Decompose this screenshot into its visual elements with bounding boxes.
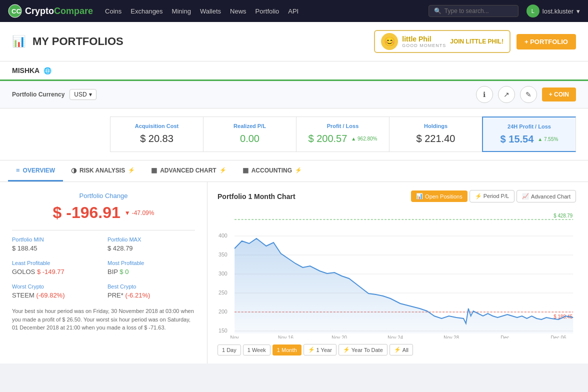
svg-text:Nov 24: Nov 24 — [388, 335, 403, 338]
share-icon: ↗ — [504, 90, 510, 98]
stat-acquisition: Acquisition Cost $ 20.83 — [110, 116, 203, 152]
time-1day[interactable]: 1 Day — [218, 344, 241, 356]
search-box[interactable]: 🔍 — [428, 5, 518, 17]
lp-name: little Phil — [402, 35, 446, 43]
period-pl-button[interactable]: ⚡ Period P/L — [470, 190, 514, 202]
portfolio-name-row: MISHKA 🌐 — [0, 62, 588, 81]
svg-text:150: 150 — [218, 328, 228, 334]
stat-value-24h: $ 15.54 — [500, 134, 534, 145]
tab-overview[interactable]: ≡ OVERVIEW — [8, 160, 63, 182]
info-icon: ℹ — [483, 90, 486, 98]
nav-exchanges[interactable]: Exchanges — [130, 8, 162, 15]
share-button[interactable]: ↗ — [498, 86, 515, 103]
chart-header: Portfolio 1 Month Chart 📊 Open Positions… — [218, 190, 578, 202]
time-ytd[interactable]: ⚡Year To Date — [338, 344, 388, 356]
logo[interactable]: CC CryptoCompare — [8, 4, 93, 18]
change-value: $ -196.91 — [53, 204, 120, 222]
page-header: 📊 MY PORTFOLIOS 😊 little Phil GOOD MOMEN… — [0, 22, 588, 62]
chevron-down-icon: ▾ — [89, 91, 92, 98]
left-panel: Portfolio Change $ -196.91 ▼ -47.09% Por… — [0, 182, 208, 364]
min-stat: Portfolio MIN $ 188.45 — [12, 236, 100, 252]
search-input[interactable] — [444, 8, 514, 14]
stat-holdings: Holdings $ 221.40 — [389, 116, 482, 152]
info-button[interactable]: ℹ — [476, 86, 493, 103]
nav-news[interactable]: News — [230, 8, 246, 15]
stat-profit-loss: Profit / Loss $ 200.57 ▲ 962.80% — [296, 116, 389, 152]
most-profitable-value: $ 0 — [120, 268, 128, 276]
globe-icon: 🌐 — [44, 67, 52, 74]
divider — [12, 230, 195, 230]
logo-icon: CC — [8, 4, 22, 18]
tab-accounting[interactable]: ▦ ACCOUNTING ⚡ — [234, 160, 310, 182]
advanced-chart-icon: 📈 — [522, 193, 529, 200]
tab-risk-label: RISK ANALYSIS — [80, 167, 125, 174]
change-pct: -47.09% — [132, 210, 154, 216]
svg-text:$ 428.79: $ 428.79 — [554, 213, 572, 218]
little-phil-face: 😊 — [381, 33, 398, 50]
user-avatar: L — [526, 4, 540, 18]
main-content: Portfolio Change $ -196.91 ▼ -47.09% Por… — [0, 182, 588, 364]
add-coin-button[interactable]: + COIN — [542, 88, 576, 102]
nav-coins[interactable]: Coins — [105, 8, 122, 15]
stats-row: Acquisition Cost $ 20.83 Realized P/L 0.… — [0, 108, 588, 160]
time-1week[interactable]: 1 Week — [243, 344, 270, 356]
little-phil-banner[interactable]: 😊 little Phil GOOD MOMENTS JOIN LITTLE P… — [374, 30, 510, 53]
chart-title: Portfolio 1 Month Chart — [218, 192, 411, 200]
page-title: MY PORTFOLIOS — [32, 35, 374, 48]
least-profitable-label: Least Profitable — [12, 260, 100, 266]
chart-icon: ▦ — [151, 166, 157, 174]
lp-join[interactable]: JOIN LITTLE PHIL! — [450, 38, 504, 45]
most-profitable-coin: BIP $ 0 — [108, 268, 195, 276]
stat-badge-24h: ▲ 7.55% — [538, 136, 558, 142]
risk-icon: ◑ — [71, 166, 76, 174]
portfolios-icon: 📊 — [12, 35, 26, 48]
max-stat: Portfolio MAX $ 428.79 — [108, 236, 195, 252]
tab-advanced-chart[interactable]: ▦ ADVANCED CHART ⚡ — [143, 160, 234, 182]
time-1month[interactable]: 1 Month — [272, 344, 302, 356]
lightning-icon-time: ⚡ — [308, 346, 315, 353]
svg-text:Nov 28: Nov 28 — [444, 335, 459, 338]
time-1year[interactable]: ⚡1 Year — [304, 344, 336, 356]
chart-icon-btn: 📊 — [416, 193, 423, 200]
nav-api[interactable]: API — [288, 8, 298, 15]
best-crypto-coin: PRE* (-6.21%) — [108, 292, 195, 299]
add-portfolio-button[interactable]: + PORTFOLIO — [516, 34, 576, 50]
svg-text:300: 300 — [218, 270, 228, 276]
svg-text:Nov 20: Nov 20 — [332, 335, 347, 338]
least-profitable-coin: GOLOS $ -149.77 — [12, 268, 100, 276]
change-title: Portfolio Change — [12, 192, 195, 200]
stat-value-realized: 0.00 — [240, 133, 260, 144]
most-profitable-label: Most Profitable — [108, 260, 195, 266]
little-phil-text: little Phil GOOD MOMENTS — [402, 35, 446, 48]
currency-value: USD — [74, 91, 86, 98]
currency-select[interactable]: USD ▾ — [70, 89, 96, 100]
nav-mining[interactable]: Mining — [172, 8, 191, 15]
svg-text:200: 200 — [218, 308, 228, 314]
lightning-icon: ⚡ — [128, 167, 135, 174]
time-all[interactable]: ⚡All — [390, 344, 413, 356]
accounting-icon: ▦ — [242, 166, 248, 174]
chart-area: 150 200 250 300 350 400 $ 428.79 $ 188.4… — [218, 208, 578, 340]
tabs-row: ≡ OVERVIEW ◑ RISK ANALYSIS ⚡ ▦ ADVANCED … — [0, 160, 588, 182]
time-selector: 1 Day 1 Week 1 Month ⚡1 Year ⚡Year To Da… — [218, 344, 578, 356]
most-profitable: Most Profitable BIP $ 0 — [108, 260, 195, 276]
user-menu[interactable]: L lost.kluster ▾ — [526, 4, 580, 18]
svg-text:350: 350 — [218, 252, 228, 258]
stat-badge-profit: ▲ 962.80% — [351, 136, 377, 142]
stat-label-profit: Profit / Loss — [327, 123, 359, 129]
overview-icon: ≡ — [16, 166, 20, 174]
min-value: $ 188.45 — [12, 244, 100, 252]
tab-risk-analysis[interactable]: ◑ RISK ANALYSIS ⚡ — [63, 160, 143, 182]
svg-text:Dec: Dec — [500, 335, 509, 338]
max-label: Portfolio MAX — [108, 236, 195, 242]
advanced-chart-button[interactable]: 📈 Advanced Chart — [516, 190, 576, 202]
least-profitable-value: $ -149.77 — [37, 268, 64, 276]
lightning-icon-2: ⚡ — [220, 167, 226, 174]
svg-text:CC: CC — [12, 8, 21, 15]
stat-label-holdings: Holdings — [424, 123, 448, 129]
stat-value-acquisition: $ 20.83 — [140, 133, 174, 144]
edit-button[interactable]: ✎ — [520, 86, 537, 103]
open-positions-button[interactable]: 📊 Open Positions — [411, 190, 468, 202]
nav-portfolio[interactable]: Portfolio — [256, 8, 280, 15]
nav-wallets[interactable]: Wallets — [200, 8, 221, 15]
